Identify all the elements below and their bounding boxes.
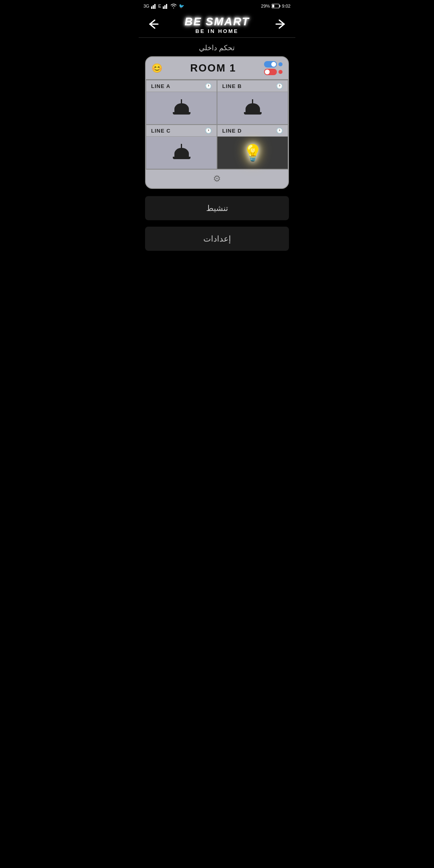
svg-rect-2 (154, 4, 156, 9)
line-a-clock-icon: 🕐 (205, 83, 212, 89)
toggle-row-on (264, 61, 283, 68)
battery-label: 29% (261, 4, 270, 8)
app-subtitle: BE IN HOME (195, 28, 238, 34)
line-b-icon-area (217, 92, 288, 124)
settings-button[interactable]: إعدادات (145, 227, 289, 251)
svg-rect-8 (272, 5, 274, 8)
header: BE SMART BE IN HOME (139, 11, 295, 38)
toggle-off-switch[interactable] (264, 69, 277, 75)
bulb-on-icon: 💡 (243, 143, 263, 162)
network-indicator: 3G (143, 4, 149, 8)
line-b-header: LINE B 🕐 (217, 80, 288, 92)
line-c-clock-icon: 🕐 (205, 127, 212, 134)
svg-rect-7 (279, 5, 280, 7)
share-icon (275, 19, 287, 29)
activate-button[interactable]: تنشيط (145, 196, 289, 220)
app-title: BE SMART (184, 15, 250, 28)
room-toggles (264, 61, 283, 75)
wifi-icon (170, 3, 177, 9)
emoji-icon: 😊 (151, 63, 162, 73)
lines-grid: LINE A 🕐 LINE B 🕐 (146, 80, 288, 169)
line-cell-d[interactable]: LINE D 🕐 💡 (217, 125, 288, 169)
toggle-row-off (264, 69, 283, 75)
gear-icon[interactable]: ⚙ (213, 174, 221, 184)
lamp-off-icon-b (244, 99, 262, 117)
svg-rect-5 (166, 4, 167, 9)
back-button[interactable] (146, 18, 160, 32)
time-label: 9:02 (282, 4, 291, 8)
signal-icon (151, 3, 157, 9)
line-c-header: LINE C 🕐 (146, 125, 217, 137)
share-button[interactable] (274, 18, 288, 32)
header-title-block: BE SMART BE IN HOME (184, 15, 250, 34)
line-a-header: LINE A 🕐 (146, 80, 217, 92)
line-d-label: LINE D (222, 128, 242, 134)
twitter-icon: 🐦 (179, 4, 184, 9)
signal2-icon (163, 3, 168, 9)
room-settings-row: ⚙ (146, 169, 288, 188)
line-d-clock-icon: 🕐 (276, 127, 283, 134)
room-card: 😊 ROOM 1 LINE A 🕐 (145, 56, 289, 189)
svg-rect-4 (164, 5, 166, 9)
line-cell-c[interactable]: LINE C 🕐 (146, 125, 217, 169)
svg-rect-1 (153, 5, 154, 9)
lamp-off-icon-c (173, 144, 190, 162)
room-title: ROOM 1 (190, 62, 236, 74)
battery-icon (272, 4, 280, 8)
room-card-header: 😊 ROOM 1 (146, 57, 288, 80)
e-indicator: E (158, 4, 161, 8)
line-d-header: LINE D 🕐 (217, 125, 288, 137)
back-icon (147, 19, 159, 29)
line-b-clock-icon: 🕐 (276, 83, 283, 89)
svg-rect-0 (151, 6, 152, 9)
room-emoji-button[interactable]: 😊 (151, 63, 162, 74)
line-c-icon-area (146, 137, 217, 169)
svg-rect-3 (163, 6, 164, 9)
line-d-icon-area: 💡 (217, 137, 288, 169)
toggle-off-dot (278, 70, 283, 74)
toggle-on-dot (278, 62, 283, 66)
line-a-label: LINE A (151, 83, 170, 89)
page-subtitle: تحكم داخلي (139, 38, 295, 56)
status-right: 29% 9:02 (261, 4, 291, 8)
line-cell-b[interactable]: LINE B 🕐 (217, 80, 288, 125)
line-a-icon-area (146, 92, 217, 124)
line-b-label: LINE B (222, 83, 242, 89)
line-cell-a[interactable]: LINE A 🕐 (146, 80, 217, 125)
lamp-off-icon-a (173, 99, 190, 117)
toggle-on-switch[interactable] (264, 61, 277, 68)
status-bar: 3G E 🐦 29% 9:02 (139, 0, 295, 11)
line-c-label: LINE C (151, 128, 171, 134)
status-left: 3G E 🐦 (143, 3, 184, 9)
